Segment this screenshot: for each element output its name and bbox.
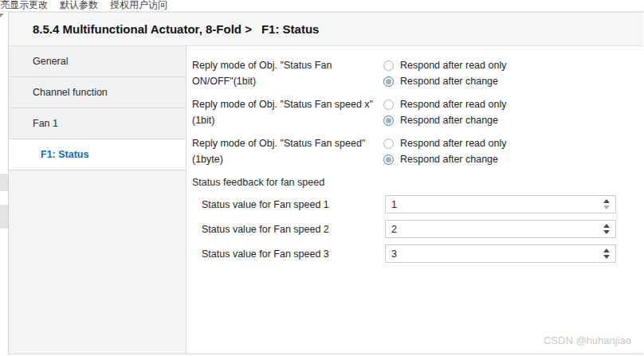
parameter-label: Reply mode of Obj. "Status Fan speed x"(… — [192, 96, 383, 128]
parameter-label: Status value for Fan speed 2 — [192, 224, 385, 235]
sidebar-item-fan-1[interactable]: Fan 1 — [9, 108, 186, 139]
parameter-panel: Reply mode of Obj. "Status Fan ON/OFF"(1… — [187, 46, 643, 354]
radio-option-respond-after-change[interactable]: Respond after change — [383, 151, 506, 167]
section-label-status-feedback: Status feedback for fan speed — [192, 177, 643, 188]
radio-option-respond-after-change[interactable]: Respond after change — [383, 112, 506, 128]
radio-option-respond-after-read-only[interactable]: Respond after read only — [383, 135, 506, 151]
stepper-up-icon[interactable] — [603, 199, 610, 203]
radio-options: Respond after read only Respond after ch… — [383, 57, 506, 89]
radio-option-respond-after-change[interactable]: Respond after change — [383, 73, 506, 89]
radio-option-label: Respond after read only — [400, 60, 506, 71]
radio-options: Respond after read only Respond after ch… — [383, 96, 506, 128]
sidebar-item-label: Channel function — [33, 87, 108, 98]
spinner-row-fan-speed-1: Status value for Fan speed 1 1 — [192, 195, 643, 213]
stepper-value[interactable]: 2 — [391, 224, 397, 235]
menu-item-highlight-changes[interactable]: 亮显示更改 — [0, 0, 48, 11]
dialog-header: 8.5.4 Multifunctional Actuator, 8-Fold >… — [9, 13, 643, 46]
radio-checked-icon[interactable] — [383, 115, 394, 126]
sidebar-item-label: F1: Status — [41, 149, 88, 160]
parameter-label: Reply mode of Obj. "Status Fan speed"(1b… — [192, 135, 383, 167]
app-window: 亮显示更改 默认参数 授权用户访问 8.5.4 Multifunctional … — [0, 0, 644, 356]
parameter-sidebar: General Channel function Fan 1 F1: Statu… — [9, 46, 187, 354]
stepper-down-icon[interactable] — [603, 255, 610, 259]
sidebar-item-general[interactable]: General — [9, 46, 186, 77]
stepper-arrows — [603, 248, 610, 259]
collapsed-panel-caret-icon — [0, 14, 4, 18]
stepper-up-icon[interactable] — [603, 224, 610, 228]
parameter-dialog: 8.5.4 Multifunctional Actuator, 8-Fold >… — [8, 12, 643, 354]
stepper-down-icon[interactable] — [603, 230, 610, 234]
radio-group-status-fan-speed-x: Reply mode of Obj. "Status Fan speed x"(… — [192, 96, 643, 128]
stepper-arrows — [603, 199, 610, 209]
stepper-value[interactable]: 1 — [391, 199, 397, 210]
csdn-watermark: CSDN @huhanjiao — [544, 334, 631, 346]
radio-checked-icon[interactable] — [383, 76, 394, 87]
radio-unchecked-icon[interactable] — [383, 100, 394, 110]
fan-speed-3-stepper[interactable]: 3 — [385, 245, 616, 263]
radio-option-label: Respond after change — [400, 154, 498, 165]
sidebar-item-f1-status[interactable]: F1: Status — [9, 139, 186, 170]
parameter-label: Status value for Fan speed 3 — [192, 248, 385, 260]
menu-item-default-parameters[interactable]: 默认参数 — [60, 0, 98, 11]
radio-group-status-fan-speed-byte: Reply mode of Obj. "Status Fan speed"(1b… — [192, 135, 643, 167]
breadcrumb: 8.5.4 Multifunctional Actuator, 8-Fold > — [33, 22, 252, 36]
top-menu-bar: 亮显示更改 默认参数 授权用户访问 — [0, 0, 644, 12]
radio-option-respond-after-read-only[interactable]: Respond after read only — [383, 96, 506, 112]
radio-unchecked-icon[interactable] — [383, 61, 394, 71]
left-strip-fragment — [0, 205, 8, 229]
sidebar-item-label: Fan 1 — [33, 118, 58, 129]
radio-unchecked-icon[interactable] — [383, 139, 394, 149]
stepper-arrows — [603, 224, 610, 234]
sidebar-filler — [9, 170, 186, 354]
left-strip-fragment — [0, 174, 8, 191]
spinner-row-fan-speed-2: Status value for Fan speed 2 2 — [192, 220, 643, 238]
fan-speed-2-stepper[interactable]: 2 — [385, 220, 616, 238]
radio-option-label: Respond after change — [400, 115, 498, 126]
fan-speed-1-stepper[interactable]: 1 — [385, 195, 616, 213]
radio-option-label: Respond after read only — [400, 138, 506, 149]
radio-option-respond-after-read-only[interactable]: Respond after read only — [383, 57, 506, 73]
stepper-down-icon[interactable] — [603, 205, 610, 209]
sidebar-item-label: General — [33, 56, 68, 67]
radio-group-status-fan-onoff: Reply mode of Obj. "Status Fan ON/OFF"(1… — [192, 57, 643, 89]
radio-options: Respond after read only Respond after ch… — [383, 135, 506, 167]
stepper-value[interactable]: 3 — [391, 248, 397, 260]
menu-item-authorized-user-access[interactable]: 授权用户访问 — [110, 0, 167, 11]
radio-checked-icon[interactable] — [383, 155, 394, 165]
dialog-body: General Channel function Fan 1 F1: Statu… — [9, 46, 643, 354]
radio-option-label: Respond after read only — [400, 99, 506, 110]
page-title: F1: Status — [261, 22, 320, 36]
parameter-label: Status value for Fan speed 1 — [192, 199, 385, 210]
sidebar-item-channel-function[interactable]: Channel function — [9, 77, 186, 108]
spinner-row-fan-speed-3: Status value for Fan speed 3 3 — [192, 245, 643, 263]
radio-option-label: Respond after change — [400, 76, 498, 87]
parameter-label: Reply mode of Obj. "Status Fan ON/OFF"(1… — [192, 57, 383, 89]
stepper-up-icon[interactable] — [603, 248, 610, 252]
